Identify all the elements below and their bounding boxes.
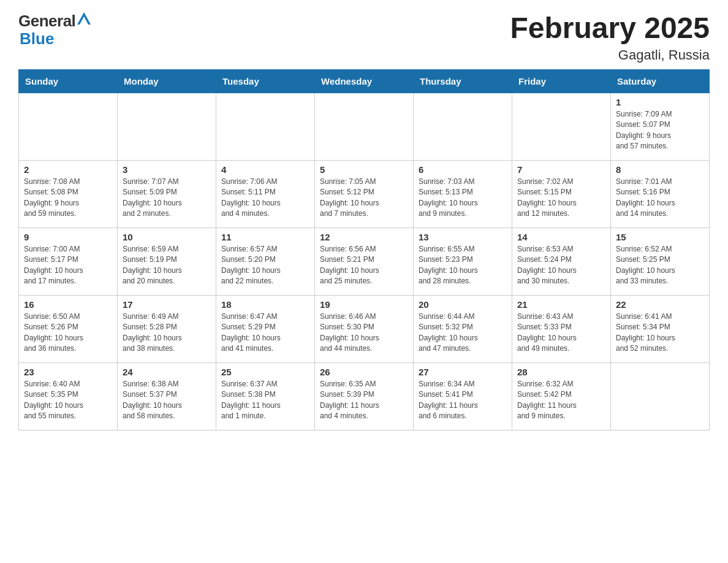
calendar-cell-w4-d1: 16Sunrise: 6:50 AMSunset: 5:26 PMDayligh… — [19, 295, 118, 362]
col-monday: Monday — [118, 69, 216, 93]
day-info: Sunrise: 6:32 AMSunset: 5:42 PMDaylight:… — [517, 379, 605, 422]
day-info: Sunrise: 6:41 AMSunset: 5:34 PMDaylight:… — [616, 312, 704, 354]
calendar-cell-w2-d6: 7Sunrise: 7:02 AMSunset: 5:15 PMDaylight… — [512, 160, 611, 228]
col-saturday: Saturday — [611, 69, 710, 93]
col-sunday: Sunday — [19, 69, 118, 93]
day-info: Sunrise: 6:37 AMSunset: 5:38 PMDaylight:… — [221, 379, 309, 422]
calendar-cell-w5-d7 — [611, 362, 710, 430]
day-info: Sunrise: 6:53 AMSunset: 5:24 PMDaylight:… — [517, 244, 605, 287]
calendar-cell-w3-d3: 11Sunrise: 6:57 AMSunset: 5:20 PMDayligh… — [216, 228, 315, 295]
calendar-cell-w2-d4: 5Sunrise: 7:05 AMSunset: 5:12 PMDaylight… — [315, 160, 414, 228]
day-number: 23 — [24, 367, 112, 377]
day-info: Sunrise: 6:55 AMSunset: 5:23 PMDaylight:… — [419, 244, 507, 287]
col-tuesday: Tuesday — [216, 69, 315, 93]
calendar-cell-w3-d4: 12Sunrise: 6:56 AMSunset: 5:21 PMDayligh… — [315, 228, 414, 295]
day-number: 16 — [24, 299, 112, 310]
day-number: 15 — [616, 232, 704, 242]
day-number: 25 — [221, 367, 309, 377]
calendar-cell-w1-d6 — [512, 93, 611, 160]
day-number: 4 — [221, 164, 309, 175]
calendar-cell-w1-d1 — [19, 93, 118, 160]
day-number: 7 — [517, 164, 605, 175]
day-info: Sunrise: 6:50 AMSunset: 5:26 PMDaylight:… — [24, 312, 112, 354]
calendar-week-2: 2Sunrise: 7:08 AMSunset: 5:08 PMDaylight… — [19, 160, 710, 228]
day-info: Sunrise: 6:59 AMSunset: 5:19 PMDaylight:… — [123, 244, 211, 287]
day-number: 24 — [123, 367, 211, 377]
logo-blue-text: Blue — [20, 29, 54, 48]
col-wednesday: Wednesday — [315, 69, 414, 93]
day-info: Sunrise: 6:34 AMSunset: 5:41 PMDaylight:… — [419, 379, 507, 422]
day-info: Sunrise: 7:01 AMSunset: 5:16 PMDaylight:… — [616, 177, 704, 220]
calendar-cell-w1-d7: 1Sunrise: 7:09 AMSunset: 5:07 PMDaylight… — [611, 93, 710, 160]
calendar-week-5: 23Sunrise: 6:40 AMSunset: 5:35 PMDayligh… — [19, 362, 710, 430]
day-number: 26 — [320, 367, 408, 377]
day-number: 11 — [221, 232, 309, 242]
day-number: 28 — [517, 367, 605, 377]
calendar-cell-w4-d5: 20Sunrise: 6:44 AMSunset: 5:32 PMDayligh… — [414, 295, 512, 362]
day-info: Sunrise: 7:08 AMSunset: 5:08 PMDaylight:… — [24, 177, 112, 220]
day-info: Sunrise: 6:57 AMSunset: 5:20 PMDaylight:… — [221, 244, 309, 287]
calendar-cell-w5-d6: 28Sunrise: 6:32 AMSunset: 5:42 PMDayligh… — [512, 362, 611, 430]
calendar-cell-w4-d6: 21Sunrise: 6:43 AMSunset: 5:33 PMDayligh… — [512, 295, 611, 362]
calendar-cell-w5-d5: 27Sunrise: 6:34 AMSunset: 5:41 PMDayligh… — [414, 362, 512, 430]
day-info: Sunrise: 6:40 AMSunset: 5:35 PMDaylight:… — [24, 379, 112, 422]
day-info: Sunrise: 7:03 AMSunset: 5:13 PMDaylight:… — [419, 177, 507, 220]
calendar-cell-w2-d5: 6Sunrise: 7:03 AMSunset: 5:13 PMDaylight… — [414, 160, 512, 228]
day-info: Sunrise: 7:07 AMSunset: 5:09 PMDaylight:… — [123, 177, 211, 220]
day-info: Sunrise: 6:52 AMSunset: 5:25 PMDaylight:… — [616, 244, 704, 287]
logo-triangle-icon — [77, 12, 91, 27]
day-info: Sunrise: 6:49 AMSunset: 5:28 PMDaylight:… — [123, 312, 211, 354]
calendar-cell-w3-d7: 15Sunrise: 6:52 AMSunset: 5:25 PMDayligh… — [611, 228, 710, 295]
calendar-header-row: Sunday Monday Tuesday Wednesday Thursday… — [19, 69, 710, 93]
day-number: 6 — [419, 164, 507, 175]
day-info: Sunrise: 6:43 AMSunset: 5:33 PMDaylight:… — [517, 312, 605, 354]
day-number: 5 — [320, 164, 408, 175]
day-number: 10 — [123, 232, 211, 242]
calendar-cell-w4-d2: 17Sunrise: 6:49 AMSunset: 5:28 PMDayligh… — [118, 295, 216, 362]
day-number: 18 — [221, 299, 309, 310]
day-number: 12 — [320, 232, 408, 242]
day-number: 17 — [123, 299, 211, 310]
day-number: 21 — [517, 299, 605, 310]
calendar-cell-w3-d1: 9Sunrise: 7:00 AMSunset: 5:17 PMDaylight… — [19, 228, 118, 295]
calendar-cell-w4-d7: 22Sunrise: 6:41 AMSunset: 5:34 PMDayligh… — [611, 295, 710, 362]
calendar-cell-w3-d6: 14Sunrise: 6:53 AMSunset: 5:24 PMDayligh… — [512, 228, 611, 295]
calendar-table: Sunday Monday Tuesday Wednesday Thursday… — [18, 69, 710, 431]
calendar-week-3: 9Sunrise: 7:00 AMSunset: 5:17 PMDaylight… — [19, 228, 710, 295]
page-header: General Blue February 2025 Gagatli, Russ… — [18, 12, 710, 63]
day-number: 13 — [419, 232, 507, 242]
day-info: Sunrise: 6:46 AMSunset: 5:30 PMDaylight:… — [320, 312, 408, 354]
day-info: Sunrise: 7:02 AMSunset: 5:15 PMDaylight:… — [517, 177, 605, 220]
location-label: Gagatli, Russia — [510, 47, 710, 63]
day-info: Sunrise: 6:35 AMSunset: 5:39 PMDaylight:… — [320, 379, 408, 422]
day-number: 14 — [517, 232, 605, 242]
day-info: Sunrise: 7:06 AMSunset: 5:11 PMDaylight:… — [221, 177, 309, 220]
calendar-cell-w3-d2: 10Sunrise: 6:59 AMSunset: 5:19 PMDayligh… — [118, 228, 216, 295]
day-info: Sunrise: 7:05 AMSunset: 5:12 PMDaylight:… — [320, 177, 408, 220]
calendar-cell-w1-d2 — [118, 93, 216, 160]
logo-general-text: General — [18, 12, 75, 30]
calendar-cell-w5-d1: 23Sunrise: 6:40 AMSunset: 5:35 PMDayligh… — [19, 362, 118, 430]
day-number: 9 — [24, 232, 112, 242]
calendar-cell-w2-d1: 2Sunrise: 7:08 AMSunset: 5:08 PMDaylight… — [19, 160, 118, 228]
day-number: 19 — [320, 299, 408, 310]
calendar-cell-w1-d5 — [414, 93, 512, 160]
day-number: 20 — [419, 299, 507, 310]
day-number: 2 — [24, 164, 112, 175]
col-friday: Friday — [512, 69, 611, 93]
calendar-cell-w2-d2: 3Sunrise: 7:07 AMSunset: 5:09 PMDaylight… — [118, 160, 216, 228]
day-number: 22 — [616, 299, 704, 310]
day-number: 8 — [616, 164, 704, 175]
month-title: February 2025 — [510, 12, 710, 45]
day-info: Sunrise: 6:47 AMSunset: 5:29 PMDaylight:… — [221, 312, 309, 354]
day-info: Sunrise: 7:00 AMSunset: 5:17 PMDaylight:… — [24, 244, 112, 287]
calendar-cell-w4-d3: 18Sunrise: 6:47 AMSunset: 5:29 PMDayligh… — [216, 295, 315, 362]
calendar-cell-w5-d4: 26Sunrise: 6:35 AMSunset: 5:39 PMDayligh… — [315, 362, 414, 430]
col-thursday: Thursday — [414, 69, 512, 93]
day-number: 3 — [123, 164, 211, 175]
title-area: February 2025 Gagatli, Russia — [510, 12, 710, 63]
day-number: 27 — [419, 367, 507, 377]
calendar-cell-w1-d3 — [216, 93, 315, 160]
day-info: Sunrise: 6:44 AMSunset: 5:32 PMDaylight:… — [419, 312, 507, 354]
day-info: Sunrise: 6:38 AMSunset: 5:37 PMDaylight:… — [123, 379, 211, 422]
